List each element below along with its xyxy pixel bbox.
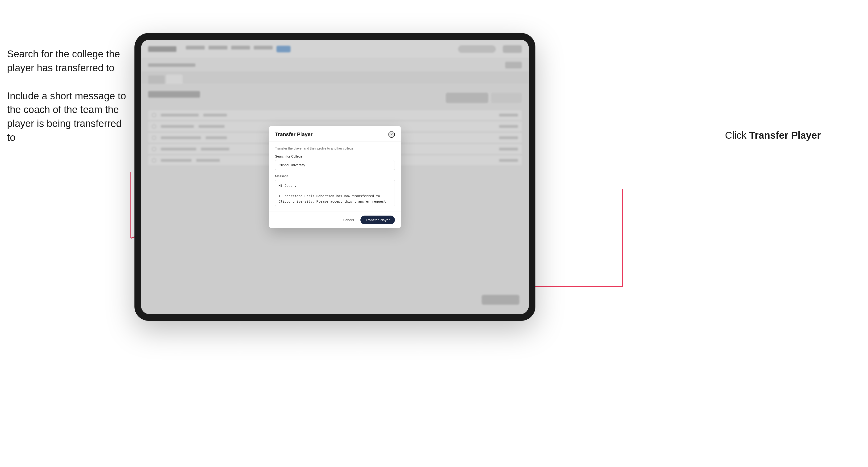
cancel-button[interactable]: Cancel <box>339 216 357 224</box>
annotation-right-prefix: Click <box>725 130 749 141</box>
message-label: Message <box>275 174 395 178</box>
dialog-body: Transfer the player and their profile to… <box>269 142 401 212</box>
annotation-text-1: Search for the college the player has tr… <box>7 47 130 75</box>
tablet-screen: Transfer Player × Transfer the player an… <box>141 40 529 314</box>
message-textarea[interactable]: Hi Coach, I understand Chris Robertson h… <box>275 180 395 206</box>
transfer-player-button[interactable]: Transfer Player <box>361 216 395 224</box>
right-annotation: Click Transfer Player <box>725 130 821 141</box>
dialog-header: Transfer Player × <box>269 126 401 142</box>
tablet-frame: Transfer Player × Transfer the player an… <box>134 33 535 321</box>
annotation-right-bold: Transfer Player <box>749 130 821 141</box>
dialog-subtitle: Transfer the player and their profile to… <box>275 147 395 150</box>
dialog-overlay: Transfer Player × Transfer the player an… <box>141 40 529 314</box>
college-label: Search for College <box>275 154 395 158</box>
annotation-text-2: Include a short message to the coach of … <box>7 89 130 145</box>
college-search-input[interactable] <box>275 160 395 170</box>
left-annotations: Search for the college the player has tr… <box>7 47 130 159</box>
dialog-close-button[interactable]: × <box>388 131 395 138</box>
dialog-title: Transfer Player <box>275 131 312 137</box>
transfer-player-dialog: Transfer Player × Transfer the player an… <box>269 126 401 228</box>
dialog-footer: Cancel Transfer Player <box>269 212 401 228</box>
